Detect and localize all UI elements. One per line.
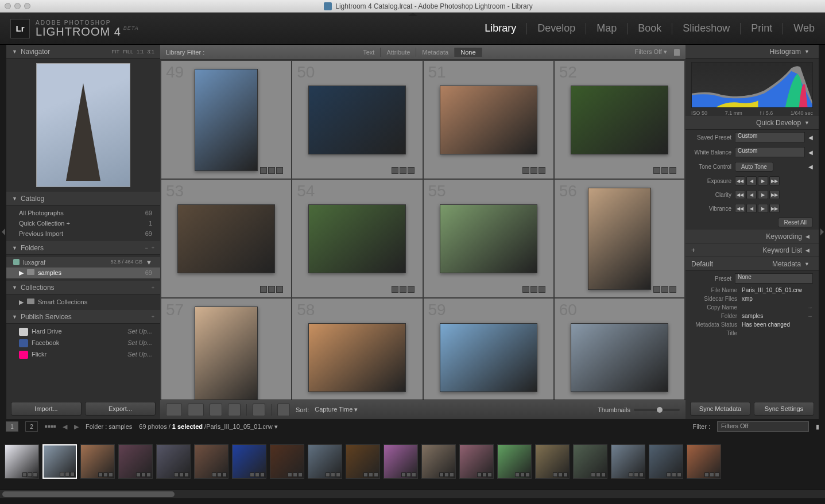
import-button[interactable]: Import...: [11, 402, 82, 416]
filmstrip-thumb[interactable]: [687, 444, 721, 479]
module-tab-print[interactable]: Print: [751, 22, 772, 34]
navigator-header[interactable]: ▼Navigator FITFILL1:13:1: [6, 45, 160, 59]
filmstrip-thumb[interactable]: [346, 444, 380, 479]
traffic-lights[interactable]: [5, 3, 30, 9]
filmstrip-thumb[interactable]: [194, 444, 228, 479]
nav-zoom-3:1[interactable]: 3:1: [147, 49, 154, 55]
reset-all-button[interactable]: Reset All: [778, 218, 813, 227]
publish-service-row[interactable]: Hard DriveSet Up...: [6, 326, 160, 338]
grid-icon[interactable]: [45, 425, 56, 428]
lock-icon[interactable]: [674, 49, 680, 56]
filmstrip-thumb[interactable]: [497, 444, 532, 479]
folders-plus-icon[interactable]: +: [152, 245, 154, 251]
compare-view-button[interactable]: [210, 404, 222, 416]
collections-header[interactable]: ▼Collections+: [6, 281, 160, 294]
chevron-left-icon[interactable]: ◀: [808, 134, 813, 141]
filmstrip-thumb[interactable]: [80, 444, 115, 479]
module-tab-develop[interactable]: Develop: [537, 22, 575, 34]
thumbnail-size-slider[interactable]: [634, 409, 680, 411]
white-balance-dropdown[interactable]: Custom: [735, 147, 805, 157]
right-panel-toggle[interactable]: [819, 45, 825, 419]
catalog-row[interactable]: All Photographs69: [6, 208, 160, 218]
folders-header[interactable]: ▼Folders−+: [6, 241, 160, 255]
grid-cell[interactable]: 52: [555, 61, 684, 179]
nav-zoom-fill[interactable]: FILL: [123, 49, 133, 55]
goto-icon[interactable]: →: [807, 304, 813, 311]
catalog-header[interactable]: ▼Catalog: [6, 192, 160, 206]
collections-plus-icon[interactable]: +: [152, 285, 154, 290]
next-photo-icon[interactable]: ▶: [74, 423, 79, 431]
filmstrip-filter-dropdown[interactable]: Filters Off: [717, 421, 809, 432]
folders-minus-icon[interactable]: −: [145, 245, 148, 251]
survey-view-button[interactable]: [228, 404, 241, 416]
metadata-preset-dropdown[interactable]: None: [735, 273, 813, 284]
filmstrip-thumb[interactable]: [535, 444, 570, 479]
sync-settings-button[interactable]: Sync Settings: [754, 402, 814, 416]
sync-metadata-button[interactable]: Sync Metadata: [690, 402, 750, 416]
sort-dropdown[interactable]: Capture Time ▾: [315, 406, 358, 413]
publish-header[interactable]: ▼Publish Services+: [6, 310, 160, 324]
grid-cell[interactable]: 56: [555, 180, 684, 297]
clarity-stepper[interactable]: ◀◀◀▶▶▶: [735, 190, 780, 199]
grid-cell[interactable]: 60: [555, 298, 684, 400]
goto-icon[interactable]: →: [807, 313, 813, 319]
painter-tool-icon[interactable]: [253, 404, 265, 416]
grid-cell[interactable]: 59: [424, 298, 553, 400]
grid-cell[interactable]: 49: [161, 61, 291, 179]
export-button[interactable]: Export...: [85, 402, 156, 416]
filmstrip-thumb[interactable]: [118, 444, 153, 479]
smart-collections-row[interactable]: ▶Smart Collections: [6, 297, 160, 308]
top-expand-chevron-icon[interactable]: [408, 13, 417, 16]
left-panel-toggle[interactable]: [0, 45, 6, 419]
grid-cell[interactable]: 53: [161, 180, 291, 297]
navigator-preview[interactable]: [6, 59, 160, 192]
filmstrip-thumb[interactable]: [270, 444, 304, 479]
quickdev-header[interactable]: Quick Develop▼: [685, 116, 819, 130]
keywording-header[interactable]: Keywording◀: [685, 230, 819, 243]
module-tab-slideshow[interactable]: Slideshow: [683, 22, 730, 34]
module-tab-library[interactable]: Library: [485, 22, 516, 34]
catalog-row[interactable]: Quick Collection +1: [6, 218, 160, 228]
prev-photo-icon[interactable]: ◀: [63, 423, 67, 431]
filmstrip-thumb[interactable]: [5, 444, 39, 479]
module-tab-web[interactable]: Web: [793, 22, 815, 34]
grid-view-button[interactable]: [166, 404, 182, 416]
filmstrip-thumb[interactable]: [156, 444, 191, 479]
keywordlist-header[interactable]: +Keyword List◀: [685, 243, 819, 257]
volume-row[interactable]: luxagraf52.8 / 464 GB▼: [6, 257, 160, 267]
sort-direction-icon[interactable]: [277, 404, 290, 416]
module-tab-map[interactable]: Map: [597, 22, 617, 34]
filter-tab-none[interactable]: None: [455, 48, 482, 57]
filmstrip[interactable]: [0, 434, 825, 489]
filmstrip-thumb[interactable]: [421, 444, 456, 479]
chevron-left-icon[interactable]: ◀: [808, 164, 813, 170]
window-2-button[interactable]: 2: [25, 421, 38, 432]
filmstrip-scrollbar[interactable]: [0, 489, 825, 498]
filter-switch-icon[interactable]: ▮: [816, 423, 819, 431]
grid-cell[interactable]: 57: [161, 298, 291, 400]
metadata-header[interactable]: DefaultMetadata▼: [685, 257, 819, 271]
chevron-left-icon[interactable]: ◀: [808, 149, 813, 156]
catalog-row[interactable]: Previous Import69: [6, 228, 160, 239]
exposure-stepper[interactable]: ◀◀◀▶▶▶: [735, 176, 780, 185]
publish-plus-icon[interactable]: +: [152, 314, 154, 320]
grid-cell[interactable]: 50: [292, 61, 422, 179]
breadcrumb[interactable]: Folder : samples: [86, 423, 132, 430]
filmstrip-thumb[interactable]: [308, 444, 342, 479]
filter-tab-text[interactable]: Text: [357, 48, 381, 57]
thumbnail-grid[interactable]: 495051525354555657585960: [160, 60, 685, 400]
folder-row[interactable]: ▶samples69: [6, 267, 160, 278]
module-tab-book[interactable]: Book: [638, 22, 661, 34]
loupe-view-button[interactable]: [188, 404, 204, 416]
histogram-chart[interactable]: [691, 62, 813, 108]
filmstrip-thumb[interactable]: [42, 444, 77, 479]
saved-preset-dropdown[interactable]: Custom: [735, 132, 805, 142]
filmstrip-thumb[interactable]: [649, 444, 683, 479]
publish-service-row[interactable]: FlickrSet Up...: [6, 349, 160, 360]
histogram-header[interactable]: Histogram▼: [685, 45, 819, 59]
nav-zoom-fit[interactable]: FIT: [111, 49, 119, 55]
window-1-button[interactable]: 1: [6, 421, 18, 432]
filmstrip-thumb[interactable]: [573, 444, 607, 479]
filter-tab-attribute[interactable]: Attribute: [381, 48, 416, 57]
vibrance-stepper[interactable]: ◀◀◀▶▶▶: [735, 204, 780, 213]
